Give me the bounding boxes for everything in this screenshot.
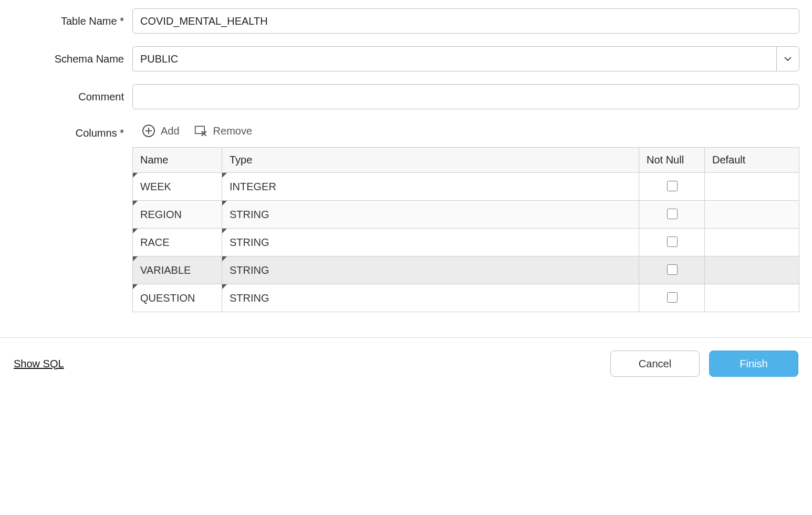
not-null-checkbox[interactable]: [667, 292, 678, 303]
label-table-name: Table Name *: [13, 15, 132, 27]
cell-type[interactable]: STRING: [222, 229, 639, 256]
not-null-checkbox[interactable]: [667, 264, 678, 275]
cancel-button[interactable]: Cancel: [610, 351, 700, 377]
label-columns: Columns *: [13, 122, 132, 139]
columns-grid: Name Type Not Null Default WEEKINTEGERRE…: [132, 147, 799, 312]
cell-default[interactable]: [705, 284, 799, 312]
remove-row-icon: [194, 124, 208, 138]
table-row[interactable]: VARIABLESTRING: [133, 256, 799, 284]
remove-column-button[interactable]: Remove: [194, 124, 252, 138]
cell-default[interactable]: [705, 201, 799, 229]
cell-type[interactable]: STRING: [222, 201, 639, 229]
wrap-comment: [132, 84, 799, 109]
cell-name[interactable]: RACE: [133, 229, 222, 256]
form-area: Table Name * Schema Name: [0, 0, 812, 337]
schema-select: [132, 46, 799, 71]
columns-body: Add Remove: [132, 122, 799, 312]
table-row[interactable]: REGIONSTRING: [133, 201, 799, 229]
table-row[interactable]: RACESTRING: [133, 229, 799, 256]
cell-not-null: [639, 284, 705, 312]
columns-toolbar: Add Remove: [132, 122, 799, 147]
header-default[interactable]: Default: [705, 148, 799, 173]
label-schema-name: Schema Name: [13, 53, 132, 65]
schema-dropdown-button[interactable]: [776, 46, 799, 71]
add-column-label: Add: [161, 125, 180, 137]
cell-not-null: [639, 256, 705, 284]
cell-name[interactable]: REGION: [133, 201, 222, 229]
cell-type[interactable]: INTEGER: [222, 173, 639, 201]
comment-input[interactable]: [132, 84, 799, 109]
cell-type[interactable]: STRING: [222, 284, 639, 312]
cell-name[interactable]: VARIABLE: [133, 256, 222, 284]
schema-name-input[interactable]: [132, 46, 776, 71]
header-name[interactable]: Name: [133, 148, 222, 173]
add-column-button[interactable]: Add: [142, 124, 180, 138]
cell-default[interactable]: [705, 229, 799, 256]
table-name-input[interactable]: [132, 8, 799, 34]
cell-not-null: [639, 173, 705, 201]
row-comment: Comment: [13, 84, 799, 109]
grid-header-row: Name Type Not Null Default: [133, 148, 799, 173]
plus-circle-icon: [142, 124, 155, 138]
row-table-name: Table Name *: [13, 8, 799, 34]
show-sql-link[interactable]: Show SQL: [14, 358, 64, 370]
wrap-table-name: [132, 8, 799, 34]
cell-default[interactable]: [705, 256, 799, 284]
dialog-footer: Show SQL Cancel Finish: [0, 337, 812, 392]
chevron-down-icon: [784, 55, 792, 63]
not-null-checkbox[interactable]: [667, 209, 678, 219]
not-null-checkbox[interactable]: [667, 181, 678, 191]
table-row[interactable]: QUESTIONSTRING: [133, 284, 799, 312]
label-comment: Comment: [13, 91, 132, 103]
cell-not-null: [639, 229, 705, 256]
table-row[interactable]: WEEKINTEGER: [133, 173, 799, 201]
cell-name[interactable]: QUESTION: [133, 284, 222, 312]
remove-column-label: Remove: [213, 125, 252, 137]
cell-type[interactable]: STRING: [222, 256, 639, 284]
cell-name[interactable]: WEEK: [133, 173, 222, 201]
create-table-dialog: Table Name * Schema Name: [0, 0, 812, 392]
header-notnull[interactable]: Not Null: [639, 148, 705, 173]
wrap-schema-name: [132, 46, 799, 71]
finish-button[interactable]: Finish: [709, 351, 798, 377]
cell-not-null: [639, 201, 705, 229]
row-columns: Columns * Add: [13, 122, 799, 312]
row-schema-name: Schema Name: [13, 46, 799, 71]
not-null-checkbox[interactable]: [667, 236, 678, 247]
cell-default[interactable]: [705, 173, 799, 201]
header-type[interactable]: Type: [222, 148, 639, 173]
